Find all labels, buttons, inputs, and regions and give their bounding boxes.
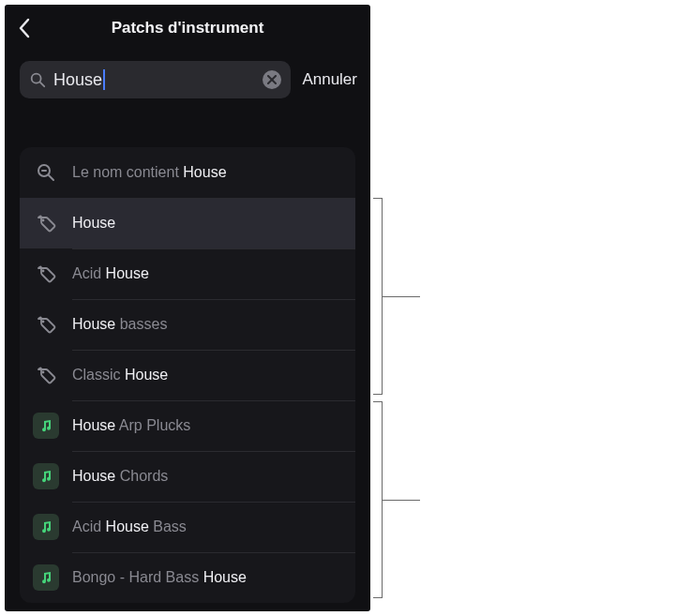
patch-label: House Arp Plucks bbox=[72, 417, 190, 434]
patch-row[interactable]: House Arp Plucks bbox=[20, 400, 355, 451]
tag-label: House bbox=[72, 215, 115, 232]
music-note-icon bbox=[33, 463, 59, 489]
panel-title: Patchs d'instrument bbox=[5, 19, 370, 38]
tag-row[interactable]: Acid House bbox=[20, 248, 355, 299]
panel-header: Patchs d'instrument bbox=[5, 5, 370, 52]
search-row: House Annuler bbox=[5, 52, 370, 110]
name-contains-label: Le nom contient House bbox=[72, 164, 227, 181]
music-note-icon bbox=[33, 564, 59, 591]
patch-row[interactable]: House Chords bbox=[20, 451, 355, 502]
search-filter-icon bbox=[33, 159, 59, 186]
patch-row[interactable]: Acid House Bass bbox=[20, 502, 355, 552]
text-caret bbox=[103, 69, 105, 90]
svg-point-9 bbox=[42, 321, 45, 323]
clear-search-button[interactable] bbox=[263, 70, 281, 89]
search-icon bbox=[29, 71, 46, 88]
tag-icon bbox=[33, 362, 59, 388]
back-button[interactable] bbox=[18, 18, 31, 38]
tag-row[interactable]: House basses bbox=[20, 299, 355, 350]
search-input[interactable]: House bbox=[53, 69, 255, 90]
callout-bracket-patches bbox=[373, 401, 383, 598]
patch-label: Bongo - Hard Bass House bbox=[72, 569, 247, 586]
tag-label: Acid House bbox=[72, 265, 149, 282]
patch-label: Acid House Bass bbox=[72, 518, 187, 535]
patch-label: House Chords bbox=[72, 468, 168, 485]
callout-stem-tags bbox=[383, 296, 420, 297]
svg-point-8 bbox=[42, 270, 45, 273]
cancel-button[interactable]: Annuler bbox=[302, 70, 359, 89]
music-note-icon bbox=[33, 413, 59, 439]
tag-label: Classic House bbox=[72, 367, 168, 383]
name-contains-row[interactable]: Le nom contient House bbox=[20, 147, 355, 198]
music-note-icon bbox=[33, 514, 59, 540]
tag-icon bbox=[33, 261, 59, 287]
close-icon bbox=[267, 75, 277, 84]
patch-row[interactable]: Bongo - Hard Bass House bbox=[20, 552, 355, 603]
chevron-left-icon bbox=[18, 18, 31, 38]
svg-point-10 bbox=[42, 371, 45, 374]
tag-row[interactable]: Classic House bbox=[20, 350, 355, 400]
callout-stem-patches bbox=[383, 500, 420, 501]
search-field[interactable]: House bbox=[20, 61, 291, 98]
svg-line-1 bbox=[40, 83, 45, 87]
tag-label: House basses bbox=[72, 316, 167, 333]
svg-line-5 bbox=[49, 175, 53, 180]
svg-point-7 bbox=[42, 219, 45, 222]
instrument-patches-panel: Patchs d'instrument House Annuler bbox=[5, 5, 370, 611]
callout-bracket-tags bbox=[373, 198, 383, 395]
tag-icon bbox=[33, 210, 59, 236]
search-value: House bbox=[53, 70, 102, 90]
tag-row[interactable]: House bbox=[20, 198, 355, 248]
tag-icon bbox=[33, 311, 59, 338]
search-results: Le nom contient House House Acid House bbox=[20, 147, 355, 603]
